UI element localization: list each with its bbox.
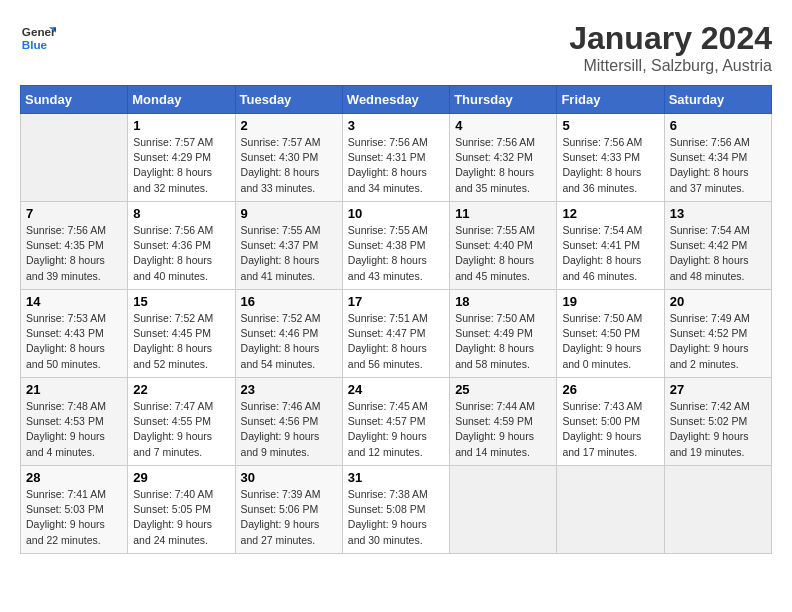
- header-saturday: Saturday: [664, 86, 771, 114]
- day-number: 10: [348, 206, 444, 221]
- calendar-cell: 10Sunrise: 7:55 AM Sunset: 4:38 PM Dayli…: [342, 202, 449, 290]
- header-tuesday: Tuesday: [235, 86, 342, 114]
- day-number: 16: [241, 294, 337, 309]
- header-monday: Monday: [128, 86, 235, 114]
- day-number: 22: [133, 382, 229, 397]
- day-number: 18: [455, 294, 551, 309]
- day-info: Sunrise: 7:55 AM Sunset: 4:40 PM Dayligh…: [455, 223, 551, 284]
- day-info: Sunrise: 7:56 AM Sunset: 4:34 PM Dayligh…: [670, 135, 766, 196]
- calendar-cell: 13Sunrise: 7:54 AM Sunset: 4:42 PM Dayli…: [664, 202, 771, 290]
- calendar-cell: 7Sunrise: 7:56 AM Sunset: 4:35 PM Daylig…: [21, 202, 128, 290]
- calendar-cell: 1Sunrise: 7:57 AM Sunset: 4:29 PM Daylig…: [128, 114, 235, 202]
- day-number: 9: [241, 206, 337, 221]
- calendar-cell: [450, 466, 557, 554]
- header-friday: Friday: [557, 86, 664, 114]
- day-number: 6: [670, 118, 766, 133]
- calendar-cell: 28Sunrise: 7:41 AM Sunset: 5:03 PM Dayli…: [21, 466, 128, 554]
- calendar-cell: 19Sunrise: 7:50 AM Sunset: 4:50 PM Dayli…: [557, 290, 664, 378]
- day-number: 31: [348, 470, 444, 485]
- title-section: January 2024 Mittersill, Salzburg, Austr…: [569, 20, 772, 75]
- logo-icon: General Blue: [20, 20, 56, 56]
- day-number: 4: [455, 118, 551, 133]
- calendar-cell: [664, 466, 771, 554]
- calendar-table: SundayMondayTuesdayWednesdayThursdayFrid…: [20, 85, 772, 554]
- day-info: Sunrise: 7:56 AM Sunset: 4:32 PM Dayligh…: [455, 135, 551, 196]
- calendar-week-1: 1Sunrise: 7:57 AM Sunset: 4:29 PM Daylig…: [21, 114, 772, 202]
- day-info: Sunrise: 7:51 AM Sunset: 4:47 PM Dayligh…: [348, 311, 444, 372]
- day-number: 27: [670, 382, 766, 397]
- header-sunday: Sunday: [21, 86, 128, 114]
- day-info: Sunrise: 7:56 AM Sunset: 4:31 PM Dayligh…: [348, 135, 444, 196]
- calendar-header-row: SundayMondayTuesdayWednesdayThursdayFrid…: [21, 86, 772, 114]
- day-info: Sunrise: 7:56 AM Sunset: 4:35 PM Dayligh…: [26, 223, 122, 284]
- day-info: Sunrise: 7:49 AM Sunset: 4:52 PM Dayligh…: [670, 311, 766, 372]
- calendar-cell: 15Sunrise: 7:52 AM Sunset: 4:45 PM Dayli…: [128, 290, 235, 378]
- calendar-cell: 12Sunrise: 7:54 AM Sunset: 4:41 PM Dayli…: [557, 202, 664, 290]
- calendar-cell: 8Sunrise: 7:56 AM Sunset: 4:36 PM Daylig…: [128, 202, 235, 290]
- calendar-cell: 24Sunrise: 7:45 AM Sunset: 4:57 PM Dayli…: [342, 378, 449, 466]
- calendar-cell: 3Sunrise: 7:56 AM Sunset: 4:31 PM Daylig…: [342, 114, 449, 202]
- day-info: Sunrise: 7:48 AM Sunset: 4:53 PM Dayligh…: [26, 399, 122, 460]
- calendar-cell: 26Sunrise: 7:43 AM Sunset: 5:00 PM Dayli…: [557, 378, 664, 466]
- calendar-cell: 9Sunrise: 7:55 AM Sunset: 4:37 PM Daylig…: [235, 202, 342, 290]
- calendar-cell: 14Sunrise: 7:53 AM Sunset: 4:43 PM Dayli…: [21, 290, 128, 378]
- subtitle: Mittersill, Salzburg, Austria: [569, 57, 772, 75]
- calendar-cell: 16Sunrise: 7:52 AM Sunset: 4:46 PM Dayli…: [235, 290, 342, 378]
- logo: General Blue: [20, 20, 56, 56]
- header-wednesday: Wednesday: [342, 86, 449, 114]
- day-number: 30: [241, 470, 337, 485]
- calendar-cell: 29Sunrise: 7:40 AM Sunset: 5:05 PM Dayli…: [128, 466, 235, 554]
- day-number: 13: [670, 206, 766, 221]
- calendar-cell: 25Sunrise: 7:44 AM Sunset: 4:59 PM Dayli…: [450, 378, 557, 466]
- day-info: Sunrise: 7:55 AM Sunset: 4:37 PM Dayligh…: [241, 223, 337, 284]
- day-number: 26: [562, 382, 658, 397]
- calendar-cell: [21, 114, 128, 202]
- day-info: Sunrise: 7:57 AM Sunset: 4:30 PM Dayligh…: [241, 135, 337, 196]
- day-info: Sunrise: 7:40 AM Sunset: 5:05 PM Dayligh…: [133, 487, 229, 548]
- day-info: Sunrise: 7:38 AM Sunset: 5:08 PM Dayligh…: [348, 487, 444, 548]
- day-number: 5: [562, 118, 658, 133]
- day-info: Sunrise: 7:45 AM Sunset: 4:57 PM Dayligh…: [348, 399, 444, 460]
- day-number: 11: [455, 206, 551, 221]
- day-number: 14: [26, 294, 122, 309]
- day-info: Sunrise: 7:57 AM Sunset: 4:29 PM Dayligh…: [133, 135, 229, 196]
- day-number: 7: [26, 206, 122, 221]
- calendar-week-4: 21Sunrise: 7:48 AM Sunset: 4:53 PM Dayli…: [21, 378, 772, 466]
- day-info: Sunrise: 7:39 AM Sunset: 5:06 PM Dayligh…: [241, 487, 337, 548]
- calendar-cell: 6Sunrise: 7:56 AM Sunset: 4:34 PM Daylig…: [664, 114, 771, 202]
- calendar-cell: 11Sunrise: 7:55 AM Sunset: 4:40 PM Dayli…: [450, 202, 557, 290]
- day-number: 23: [241, 382, 337, 397]
- day-info: Sunrise: 7:42 AM Sunset: 5:02 PM Dayligh…: [670, 399, 766, 460]
- day-info: Sunrise: 7:41 AM Sunset: 5:03 PM Dayligh…: [26, 487, 122, 548]
- main-title: January 2024: [569, 20, 772, 57]
- day-info: Sunrise: 7:52 AM Sunset: 4:45 PM Dayligh…: [133, 311, 229, 372]
- calendar-cell: 27Sunrise: 7:42 AM Sunset: 5:02 PM Dayli…: [664, 378, 771, 466]
- day-info: Sunrise: 7:50 AM Sunset: 4:49 PM Dayligh…: [455, 311, 551, 372]
- svg-text:General: General: [22, 25, 56, 38]
- calendar-cell: 31Sunrise: 7:38 AM Sunset: 5:08 PM Dayli…: [342, 466, 449, 554]
- calendar-cell: 21Sunrise: 7:48 AM Sunset: 4:53 PM Dayli…: [21, 378, 128, 466]
- calendar-cell: 17Sunrise: 7:51 AM Sunset: 4:47 PM Dayli…: [342, 290, 449, 378]
- day-info: Sunrise: 7:55 AM Sunset: 4:38 PM Dayligh…: [348, 223, 444, 284]
- day-info: Sunrise: 7:44 AM Sunset: 4:59 PM Dayligh…: [455, 399, 551, 460]
- calendar-week-3: 14Sunrise: 7:53 AM Sunset: 4:43 PM Dayli…: [21, 290, 772, 378]
- day-info: Sunrise: 7:56 AM Sunset: 4:36 PM Dayligh…: [133, 223, 229, 284]
- day-number: 25: [455, 382, 551, 397]
- day-number: 17: [348, 294, 444, 309]
- day-info: Sunrise: 7:56 AM Sunset: 4:33 PM Dayligh…: [562, 135, 658, 196]
- day-info: Sunrise: 7:54 AM Sunset: 4:41 PM Dayligh…: [562, 223, 658, 284]
- day-number: 28: [26, 470, 122, 485]
- day-number: 15: [133, 294, 229, 309]
- day-info: Sunrise: 7:52 AM Sunset: 4:46 PM Dayligh…: [241, 311, 337, 372]
- day-number: 20: [670, 294, 766, 309]
- svg-text:Blue: Blue: [22, 38, 48, 51]
- day-number: 29: [133, 470, 229, 485]
- day-info: Sunrise: 7:54 AM Sunset: 4:42 PM Dayligh…: [670, 223, 766, 284]
- day-number: 1: [133, 118, 229, 133]
- day-number: 24: [348, 382, 444, 397]
- day-info: Sunrise: 7:46 AM Sunset: 4:56 PM Dayligh…: [241, 399, 337, 460]
- calendar-week-2: 7Sunrise: 7:56 AM Sunset: 4:35 PM Daylig…: [21, 202, 772, 290]
- calendar-cell: 30Sunrise: 7:39 AM Sunset: 5:06 PM Dayli…: [235, 466, 342, 554]
- header-thursday: Thursday: [450, 86, 557, 114]
- day-number: 12: [562, 206, 658, 221]
